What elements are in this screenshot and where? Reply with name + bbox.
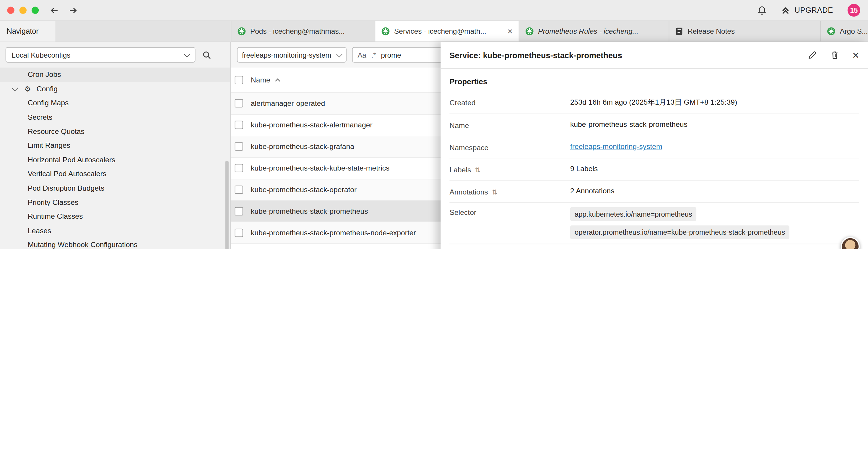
row-checkbox[interactable]	[235, 164, 243, 172]
release-notes-icon	[675, 27, 683, 35]
selector-badge: app.kubernetes.io/name=prometheus	[570, 207, 696, 221]
sidebar-item-limit-ranges[interactable]: Limit Ranges	[0, 138, 230, 152]
tab-argo-s[interactable]: Argo S...	[821, 21, 868, 41]
sidebar-item-config[interactable]: ⚙Config	[0, 82, 230, 96]
table-row[interactable]: kube-prometheus-stack-kube-state-metrics	[231, 157, 459, 179]
regex-toggle[interactable]: .*	[371, 51, 376, 59]
select-all-checkbox[interactable]	[235, 76, 243, 84]
detail-value-text: 9 Labels	[570, 164, 859, 173]
close-tab-icon[interactable]: ×	[507, 27, 513, 36]
table-row[interactable]: kube-prometheus-stack-prometheus-node-ex…	[231, 222, 459, 244]
table-row[interactable]: alertmanager-operated	[231, 93, 459, 115]
sort-expander-icon[interactable]: ⇅	[492, 188, 498, 196]
sidebar-item-mutating-webhook-configurations[interactable]: Mutating Webhook Configurations	[0, 238, 230, 249]
kubernetes-icon	[238, 27, 246, 35]
tab-title: Pods - icecheng@mathmas...	[250, 27, 369, 35]
detail-value: kube-prometheus-stack-prometheus	[570, 120, 859, 128]
namespace-selector-value: freeleaps-monitoring-system	[242, 51, 332, 59]
sidebar-toolbar: Local Kubeconfigs	[0, 42, 230, 67]
services-panel: freeleaps-monitoring-system Aa .* prome …	[231, 42, 459, 249]
row-checkbox[interactable]	[235, 143, 243, 151]
row-checkbox[interactable]	[235, 121, 243, 129]
namespace-link[interactable]: freeleaps-monitoring-system	[570, 143, 662, 151]
tab-release-notes[interactable]: Release Notes	[669, 21, 821, 41]
sidebar-scrollbar[interactable]	[225, 160, 229, 249]
detail-value-text: kube-prometheus-stack-prometheus	[570, 120, 859, 128]
upgrade-button[interactable]: UPGRADE	[781, 6, 833, 15]
services-table-body: alertmanager-operatedkube-prometheus-sta…	[231, 93, 459, 249]
row-checkbox[interactable]	[235, 99, 243, 108]
detail-row-selector: Selectorapp.kubernetes.io/name=prometheu…	[450, 203, 859, 244]
tab-pods-icecheng-mathmas[interactable]: Pods - icecheng@mathmas...	[231, 21, 375, 41]
row-checkbox[interactable]	[235, 207, 243, 215]
table-row[interactable]: kube-prometheus-stack-prometheus	[231, 201, 459, 222]
service-name: kube-prometheus-stack-operator	[251, 185, 356, 194]
sidebar-search-icon[interactable]	[202, 50, 212, 60]
row-checkbox[interactable]	[235, 185, 243, 194]
sidebar-item-runtime-classes[interactable]: Runtime Classes	[0, 209, 230, 224]
upgrade-label: UPGRADE	[795, 6, 833, 14]
service-name: kube-prometheus-stack-kube-state-metrics	[251, 164, 390, 172]
sidebar-item-label: Cron Jobs	[28, 71, 61, 79]
tab-services-icecheng-math[interactable]: Services - icecheng@math...×	[375, 21, 519, 41]
detail-label: Name	[450, 120, 570, 130]
sidebar-item-priority-classes[interactable]: Priority Classes	[0, 195, 230, 209]
tab-prometheus-rules-icecheng[interactable]: Prometheus Rules - icecheng...	[519, 21, 670, 41]
table-row[interactable]: kube-prometheus-stack-thanos-ruler	[231, 244, 459, 249]
sidebar-item-label: Horizontal Pod Autoscalers	[28, 155, 116, 164]
sidebar-item-secrets[interactable]: Secrets	[0, 110, 230, 124]
table-row[interactable]: kube-prometheus-stack-grafana	[231, 136, 459, 158]
namespace-selector[interactable]: freeleaps-monitoring-system	[237, 47, 346, 62]
sidebar-item-label: Config Maps	[28, 99, 69, 107]
services-toolbar: freeleaps-monitoring-system Aa .* prome	[231, 42, 459, 67]
detail-row-annotations: Annotations⇅2 Annotations	[450, 181, 859, 203]
detail-label: Annotations⇅	[450, 186, 570, 196]
detail-label: Selector	[450, 207, 570, 217]
sort-expander-icon[interactable]: ⇅	[475, 166, 480, 174]
delete-service-button[interactable]	[830, 51, 839, 60]
navigator-label: Navigator	[0, 21, 55, 41]
sidebar-item-cron-jobs[interactable]: Cron Jobs	[0, 68, 230, 82]
detail-row-type: TypeClusterIP	[450, 244, 859, 249]
table-row[interactable]: kube-prometheus-stack-alertmanager	[231, 115, 459, 136]
zoom-window-button[interactable]	[32, 6, 39, 13]
minimize-window-button[interactable]	[20, 6, 27, 13]
detail-value: 253d 16h 6m ago (2025年1月13日 GMT+8 1:25:3…	[570, 97, 859, 108]
sidebar-item-resource-quotas[interactable]: Resource Quotas	[0, 124, 230, 138]
sidebar-item-pod-disruption-budgets[interactable]: Pod Disruption Budgets	[0, 181, 230, 195]
forward-button[interactable]	[68, 6, 79, 15]
sort-ascending-icon	[275, 78, 281, 82]
column-header-name[interactable]: Name	[251, 76, 281, 84]
row-checkbox[interactable]	[235, 229, 243, 237]
edit-service-button[interactable]	[807, 51, 817, 60]
detail-label: Namespace	[450, 143, 570, 152]
tab-title: Services - icecheng@math...	[394, 27, 501, 35]
chevron-down-icon	[12, 85, 18, 91]
sidebar-item-leases[interactable]: Leases	[0, 224, 230, 238]
table-search-input[interactable]: Aa .* prome	[352, 47, 454, 62]
service-details-drawer: Service: kube-prometheus-stack-prometheu…	[440, 42, 868, 249]
resource-tree: Cron Jobs⚙ConfigConfig MapsSecretsResour…	[0, 68, 230, 249]
drawer-header: Service: kube-prometheus-stack-prometheu…	[440, 42, 868, 68]
close-drawer-button[interactable]: ×	[852, 49, 859, 61]
detail-value-text: 253d 16h 6m ago (2025年1月13日 GMT+8 1:25:3…	[570, 97, 859, 108]
detail-value: 9 Labels	[570, 164, 859, 173]
sidebar-item-config-maps[interactable]: Config Maps	[0, 96, 230, 110]
sidebar-item-label: Pod Disruption Budgets	[28, 184, 104, 192]
kubeconfig-selector[interactable]: Local Kubeconfigs	[6, 47, 195, 62]
sidebar-item-vertical-pod-autoscalers[interactable]: Vertical Pod Autoscalers	[0, 167, 230, 181]
notification-count-badge[interactable]: 15	[848, 4, 860, 17]
detail-value: 2 Annotations	[570, 186, 859, 195]
notifications-bell-icon[interactable]	[757, 5, 767, 16]
table-row[interactable]: kube-prometheus-stack-operator	[231, 179, 459, 201]
back-button[interactable]	[49, 6, 60, 15]
app-window: UPGRADE 15 Navigator Pods - icecheng@mat…	[0, 0, 868, 249]
sidebar-item-label: Resource Quotas	[28, 127, 85, 135]
sidebar-item-horizontal-pod-autoscalers[interactable]: Horizontal Pod Autoscalers	[0, 152, 230, 167]
kubeconfig-selector-value: Local Kubeconfigs	[11, 51, 70, 59]
chevron-down-icon	[336, 51, 342, 57]
close-window-button[interactable]	[7, 6, 14, 13]
detail-row-created: Created253d 16h 6m ago (2025年1月13日 GMT+8…	[450, 91, 859, 114]
match-case-toggle[interactable]: Aa	[358, 51, 366, 59]
sidebar-item-label: Leases	[28, 226, 52, 235]
